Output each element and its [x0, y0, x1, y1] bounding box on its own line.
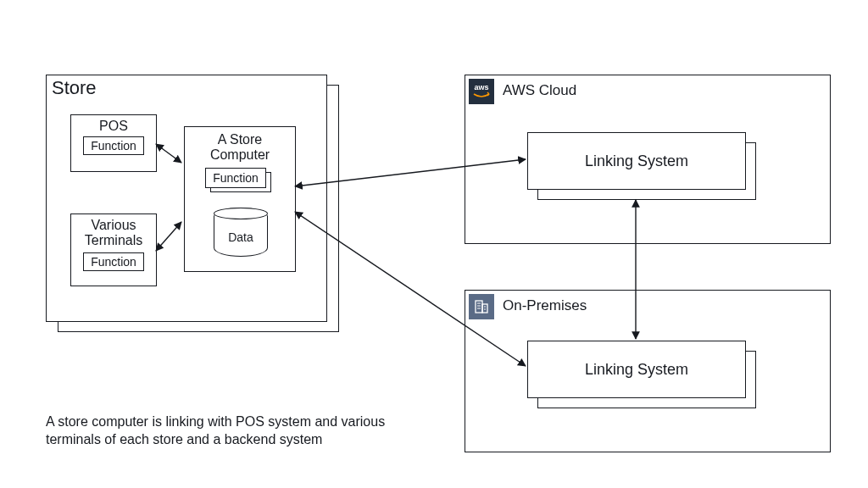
- computer-function: Function: [205, 168, 266, 188]
- terminals-box: Various Terminals Function: [70, 214, 157, 286]
- onprem-linking-label: Linking System: [585, 361, 688, 379]
- onprem-icon: [469, 294, 494, 319]
- store-computer-box: A Store Computer Function Data: [184, 126, 296, 272]
- svg-text:aws: aws: [474, 83, 488, 92]
- pos-box: POS Function: [70, 114, 157, 172]
- terminals-function: Function: [83, 252, 144, 271]
- pos-title: POS: [71, 119, 156, 134]
- store-computer-title: A Store Computer: [185, 132, 295, 164]
- aws-cloud-title: AWS Cloud: [503, 82, 576, 99]
- svg-rect-1: [476, 301, 482, 313]
- terminals-title: Various Terminals: [71, 218, 156, 249]
- onprem-title: On-Premises: [503, 297, 587, 314]
- cloud-linking-box: Linking System: [527, 132, 746, 190]
- store-group: Store POS Function Various Terminals Fun…: [46, 75, 327, 322]
- onprem-linking-box: Linking System: [527, 341, 746, 398]
- data-label: Data: [214, 230, 267, 244]
- computer-function-label: Function: [206, 169, 265, 187]
- cloud-linking-label: Linking System: [585, 152, 688, 170]
- diagram-caption: A store computer is linking with POS sys…: [46, 413, 436, 449]
- svg-rect-2: [482, 304, 487, 313]
- store-title: Store: [52, 77, 97, 99]
- data-cylinder: Data: [214, 208, 268, 257]
- aws-icon: aws: [469, 79, 494, 104]
- pos-function: Function: [83, 136, 144, 155]
